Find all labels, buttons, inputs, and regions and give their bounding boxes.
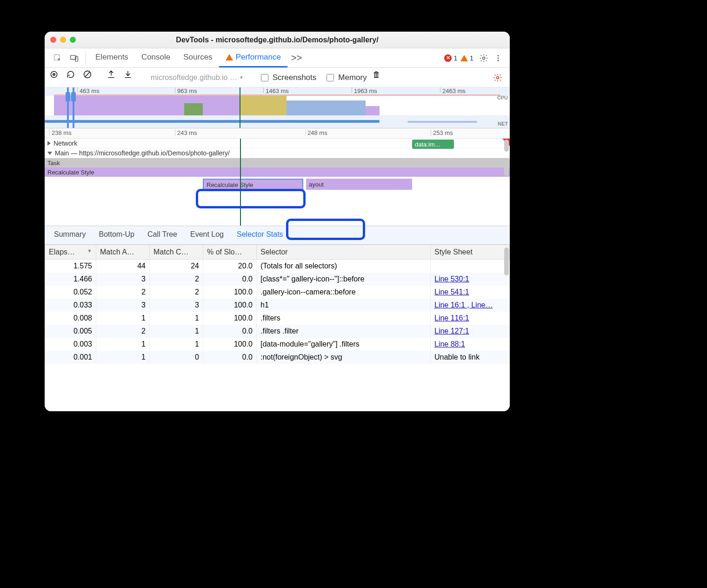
settings-icon[interactable]	[476, 48, 491, 67]
error-icon: ✕	[444, 54, 452, 62]
error-badge[interactable]: ✕1	[444, 48, 457, 67]
warning-badge[interactable]: 1	[460, 48, 474, 67]
cell: 2	[96, 286, 150, 299]
cell-stylesheet: Line 116:1	[431, 312, 510, 325]
scrollbar-thumb[interactable]	[504, 162, 509, 176]
cell: [class*=" gallery-icon--"]::before	[257, 273, 431, 286]
svg-point-6	[498, 60, 499, 61]
tick-label: 963 ms	[175, 87, 197, 93]
zoom-icon[interactable]	[70, 37, 76, 43]
table-row[interactable]: 1.466320.0[class*=" gallery-icon--"]::be…	[45, 273, 510, 286]
track-label: Main — https://microsoftedge.github.io/D…	[55, 149, 230, 157]
cell: 0.0	[203, 325, 257, 338]
svg-point-5	[498, 57, 499, 59]
record-icon[interactable]	[49, 70, 65, 86]
col-selector[interactable]: Selector	[257, 245, 431, 260]
detail-tabs: Summary Bottom-Up Call Tree Event Log Se…	[45, 226, 510, 245]
cell: .gallery-icon--camera::before	[257, 286, 431, 299]
stylesheet-link[interactable]: Line 16:1 , Line…	[434, 301, 493, 309]
table-row[interactable]: 0.005210.0.filters .filterLine 127:1	[45, 325, 510, 338]
detail-tab-call-tree[interactable]: Call Tree	[141, 226, 184, 244]
cell: 20.0	[203, 260, 257, 273]
overview-strip[interactable]: 463 ms 963 ms 1463 ms 1963 ms 2463 ms CP…	[45, 87, 510, 128]
tab-console[interactable]: Console	[135, 48, 177, 67]
detail-tab-selector-stats[interactable]: Selector Stats	[230, 226, 290, 244]
cell: 1.575	[45, 260, 96, 273]
download-icon[interactable]	[123, 70, 139, 86]
flame-chart[interactable]: 238 ms 243 ms 248 ms 253 ms Network data…	[45, 128, 510, 226]
inspect-icon[interactable]	[49, 48, 66, 67]
flame-bar-recalc-style[interactable]: Recalculate Style	[45, 167, 510, 177]
flame-bar-recalc-style-selected[interactable]: Recalculate Style	[203, 179, 303, 191]
cell-stylesheet: Line 530:1	[431, 273, 510, 286]
network-request-chip[interactable]: data:im…	[412, 140, 454, 149]
window-controls	[50, 37, 76, 43]
cell: 2	[96, 325, 150, 338]
detail-tab-event-log[interactable]: Event Log	[184, 226, 230, 244]
col-match-attempts[interactable]: Match A…	[96, 245, 150, 260]
recording-selector[interactable]: microsoftedge.github.io … ▼	[147, 74, 247, 82]
close-icon[interactable]	[50, 37, 56, 43]
detail-tab-summary[interactable]: Summary	[47, 226, 92, 244]
cell: 3	[96, 273, 150, 286]
cell: 24	[150, 260, 203, 273]
cell: 0.008	[45, 312, 96, 325]
table-row[interactable]: 1.575442420.0(Totals for all selectors)	[45, 260, 510, 273]
chevron-down-icon: ▼	[239, 75, 244, 80]
col-elapsed[interactable]: Elaps…▼	[45, 245, 96, 260]
main-tabs-row: Elements Console Sources Performance >> …	[45, 48, 510, 68]
track-main-header[interactable]: Main — https://microsoftedge.github.io/D…	[45, 148, 510, 158]
cell: 0.003	[45, 338, 96, 351]
capture-settings-icon[interactable]	[490, 73, 505, 82]
cell: 100.0	[203, 299, 257, 312]
clear-icon[interactable]	[83, 70, 99, 86]
detail-tab-bottom-up[interactable]: Bottom-Up	[92, 226, 140, 244]
selection-handle-left[interactable]	[67, 87, 69, 128]
checkbox-screenshots[interactable]: Screenshots	[255, 73, 320, 83]
flame-playhead[interactable]	[240, 139, 241, 226]
checkbox-input[interactable]	[261, 74, 268, 81]
upload-icon[interactable]	[107, 70, 122, 86]
table-row[interactable]: 0.001100.0:not(foreignObject) > svgUnabl…	[45, 351, 510, 364]
table-row[interactable]: 0.03333100.0h1Line 16:1 , Line…	[45, 299, 510, 312]
device-emulation-icon[interactable]	[66, 48, 83, 67]
playhead[interactable]	[240, 87, 240, 128]
collect-garbage-icon[interactable]	[372, 70, 387, 86]
table-row[interactable]: 0.05222100.0.gallery-icon--camera::befor…	[45, 286, 510, 299]
stylesheet-link[interactable]: Line 127:1	[434, 327, 469, 335]
table-header-row: Elaps…▼ Match A… Match C… % of Slo… Sele…	[45, 245, 510, 260]
tab-performance[interactable]: Performance	[219, 48, 287, 67]
tab-label: Elements	[95, 53, 128, 62]
stylesheet-link[interactable]: Line 530:1	[434, 275, 469, 283]
table-row[interactable]: 0.00811100.0.filtersLine 116:1	[45, 312, 510, 325]
checkbox-input[interactable]	[327, 74, 334, 81]
flame-bar-layout[interactable]: ayout	[306, 179, 412, 190]
tick-label: 248 ms	[305, 129, 327, 136]
svg-point-10	[497, 76, 499, 79]
svg-rect-2	[75, 56, 78, 61]
more-options-icon[interactable]	[491, 48, 505, 67]
tick-label: 463 ms	[77, 87, 100, 93]
reload-icon[interactable]	[66, 70, 82, 86]
col-stylesheet[interactable]: Style Sheet	[431, 245, 510, 260]
cell: 0.0	[203, 351, 257, 364]
scrollbar-thumb[interactable]	[504, 140, 509, 152]
selection-handle-right[interactable]	[73, 87, 74, 128]
cell: 0.033	[45, 299, 96, 312]
flame-bar-task[interactable]: Task	[45, 158, 510, 167]
more-tabs[interactable]: >>	[287, 48, 306, 67]
stylesheet-link[interactable]: Line 116:1	[434, 314, 469, 322]
tab-label: Sources	[183, 53, 212, 62]
table-row[interactable]: 0.00311100.0[data-module="gallery"] .fil…	[45, 338, 510, 351]
col-pct-slow[interactable]: % of Slo…	[203, 245, 257, 260]
col-match-count[interactable]: Match C…	[150, 245, 203, 260]
tab-elements[interactable]: Elements	[89, 48, 135, 67]
minimize-icon[interactable]	[60, 37, 66, 43]
tab-sources[interactable]: Sources	[177, 48, 219, 67]
scrollbar-thumb[interactable]	[504, 247, 509, 275]
checkbox-memory[interactable]: Memory	[321, 73, 370, 83]
stylesheet-link[interactable]: Line 88:1	[434, 340, 465, 348]
stylesheet-link[interactable]: Line 541:1	[434, 288, 469, 296]
selector-stats-grid[interactable]: Elaps…▼ Match A… Match C… % of Slo… Sele…	[45, 245, 510, 411]
cell: 2	[150, 286, 203, 299]
